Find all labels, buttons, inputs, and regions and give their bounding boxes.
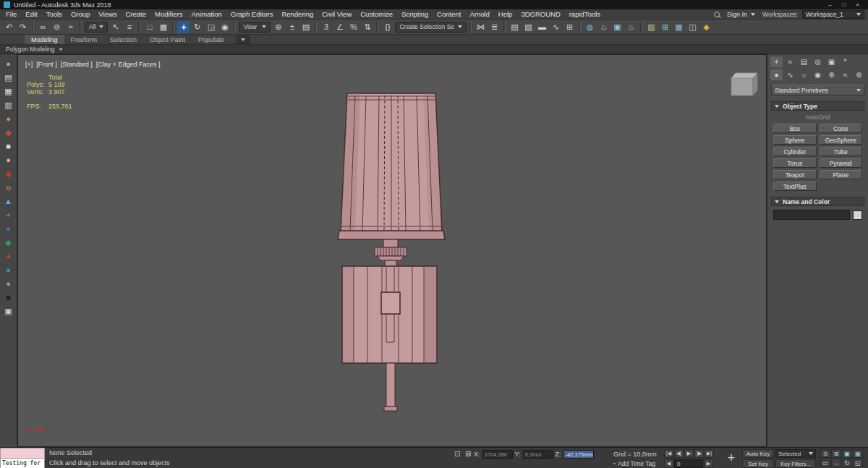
go-to-start-icon[interactable]: |◀	[664, 449, 673, 458]
grid-tools-icon[interactable]: ⊞	[659, 21, 671, 33]
separator[interactable]	[32, 21, 34, 33]
object-color-swatch[interactable]	[853, 210, 862, 220]
next-frame-icon[interactable]: |▶	[694, 449, 704, 458]
reference-coordinate-dropdown[interactable]: View	[239, 22, 271, 33]
zoom-extents-icon[interactable]: ▣	[842, 449, 852, 458]
menu-item[interactable]: Modifiers	[150, 10, 187, 18]
next-key-icon[interactable]: ▶	[704, 459, 713, 468]
spinner-snap-icon[interactable]: ⇅	[361, 21, 373, 33]
maxscript-mini-listener[interactable]: Testing for i	[0, 448, 45, 468]
left-tool-red-ball-icon[interactable]: ●	[1, 250, 17, 263]
separator[interactable]	[503, 21, 506, 33]
current-frame-field[interactable]: 0	[674, 459, 703, 468]
primitive-button[interactable]: Box	[773, 124, 817, 133]
menu-item[interactable]: Customize	[356, 10, 397, 18]
object-type-rollout[interactable]: Object Type	[771, 101, 864, 111]
menu-item[interactable]: Group	[67, 10, 94, 18]
motion-tab-icon[interactable]: ◎	[812, 56, 824, 67]
select-and-move-icon[interactable]: +	[177, 21, 190, 33]
ribbon-tab[interactable]: Freeform	[64, 35, 104, 44]
separator[interactable]	[376, 21, 378, 33]
sign-in-button[interactable]: Sign In	[724, 11, 758, 18]
display-tab-icon[interactable]: ▣	[825, 56, 838, 67]
menu-item[interactable]: Scripting	[397, 10, 433, 18]
hierarchy-tab-icon[interactable]: ▤	[798, 56, 810, 67]
modify-tab-icon[interactable]: ≈	[784, 56, 796, 67]
primitive-button[interactable]: Plane	[820, 170, 863, 179]
left-tool-sphere-icon[interactable]: ●	[1, 57, 17, 71]
ribbon-tab[interactable]: Object Paint	[143, 35, 192, 44]
menu-item[interactable]: Content	[433, 10, 465, 18]
polygon-modeling-panel[interactable]: Polygon Modeling	[6, 46, 63, 53]
menu-item[interactable]: Animation	[187, 10, 226, 18]
named-sets-dropdown[interactable]: Create Selection Se	[395, 22, 467, 33]
helpers-category-icon[interactable]: ⊕	[825, 69, 838, 80]
primitive-button[interactable]: Cylinder	[773, 147, 817, 156]
array-tool-icon[interactable]: ▦	[673, 21, 685, 33]
select-object-icon[interactable]: ↖	[109, 21, 122, 33]
left-tool-blue-ball-icon[interactable]: ●	[1, 222, 17, 236]
primitive-button[interactable]: TextPlus	[773, 182, 817, 191]
left-tool-crimson-gem-icon[interactable]: ◆	[1, 167, 17, 181]
primitive-button[interactable]: Torus	[773, 158, 817, 168]
render-setup-icon[interactable]: ♨	[597, 21, 610, 33]
menu-item[interactable]: Views	[94, 10, 121, 18]
use-pivot-center-icon[interactable]: ⊕	[272, 21, 284, 33]
left-tool-sheet-icon[interactable]: ▦	[1, 85, 17, 98]
left-tool-dark-square-icon[interactable]: ■	[1, 291, 17, 305]
redo-icon[interactable]: ↷	[17, 21, 29, 33]
separator[interactable]	[640, 21, 642, 33]
separator[interactable]	[315, 21, 317, 33]
primitives-dropdown[interactable]: Standard Primitives	[771, 85, 864, 95]
menu-item[interactable]: File	[1, 10, 21, 18]
play-icon[interactable]: ▶	[684, 449, 694, 458]
object-name-input[interactable]	[773, 210, 850, 220]
ribbon-tab[interactable]: Populate	[192, 35, 231, 44]
separator[interactable]	[579, 21, 581, 33]
percent-snap-icon[interactable]: %	[347, 21, 359, 33]
ribbon-tab[interactable]: Modeling	[25, 35, 64, 44]
select-by-name-icon[interactable]: ≡	[123, 21, 135, 33]
keyboard-override-icon[interactable]: ▤	[299, 21, 312, 33]
listener-pane[interactable]: Testing for i	[0, 458, 45, 468]
z-field[interactable]: -42,175mm	[563, 450, 594, 459]
left-tool-red-gem-icon[interactable]: ◆	[1, 126, 17, 140]
maximize-viewport-icon[interactable]: ◱	[853, 459, 863, 467]
left-tool-blue-triangle-icon[interactable]: ▲	[1, 195, 17, 208]
primitive-button[interactable]: Sphere	[773, 135, 817, 145]
primitive-button[interactable]: Pyramid	[820, 158, 863, 168]
separator[interactable]	[80, 21, 82, 33]
systems-category-icon[interactable]: ⊛	[853, 69, 865, 80]
menu-item[interactable]: Create	[121, 10, 150, 18]
menu-item[interactable]: Arnold	[465, 10, 493, 18]
isolate-selection-icon[interactable]: ⊡	[454, 450, 460, 459]
minimize-button[interactable]: –	[823, 1, 837, 9]
layer-explorer-icon[interactable]: ▧	[522, 21, 535, 33]
menu-item[interactable]: rapidTools	[565, 10, 605, 18]
zoom-extents-all-icon[interactable]: ▦	[853, 449, 863, 458]
menu-item[interactable]: Graph Editors	[226, 10, 278, 18]
menu-item[interactable]: Edit	[21, 10, 41, 18]
maximize-button[interactable]: □	[837, 1, 851, 9]
left-tool-list-icon[interactable]: ▥	[1, 98, 17, 112]
undo-icon[interactable]: ↶	[3, 21, 15, 33]
snap-toggle-3d-icon[interactable]: 3	[320, 21, 332, 33]
material-editor-icon[interactable]: ◍	[584, 21, 596, 33]
previous-frame-icon[interactable]: ◀|	[674, 449, 684, 458]
workspace-dropdown[interactable]: Workspace_1	[802, 10, 864, 19]
render-production-icon[interactable]: ♨	[625, 21, 637, 33]
bind-to-space-warp-icon[interactable]: ≈	[64, 21, 77, 33]
wall-sconce-model[interactable]	[18, 55, 767, 447]
rectangular-selection-icon[interactable]: □	[143, 21, 156, 33]
separator[interactable]	[172, 21, 174, 33]
align-icon[interactable]: ≣	[488, 21, 501, 33]
select-placement-icon[interactable]: ◉	[218, 21, 231, 33]
x-field[interactable]: 1074,386	[482, 450, 513, 459]
geometry-category-icon[interactable]: ●	[770, 69, 783, 80]
close-button[interactable]: ×	[851, 1, 864, 9]
menu-item[interactable]: 3DGROUND	[516, 10, 564, 18]
zoom-region-icon[interactable]: ▭	[820, 459, 830, 467]
select-and-manipulate-icon[interactable]: ±	[286, 21, 298, 33]
y-field[interactable]: 0,3mm	[523, 450, 553, 459]
selection-lock-icon[interactable]: ⊠	[465, 450, 471, 459]
